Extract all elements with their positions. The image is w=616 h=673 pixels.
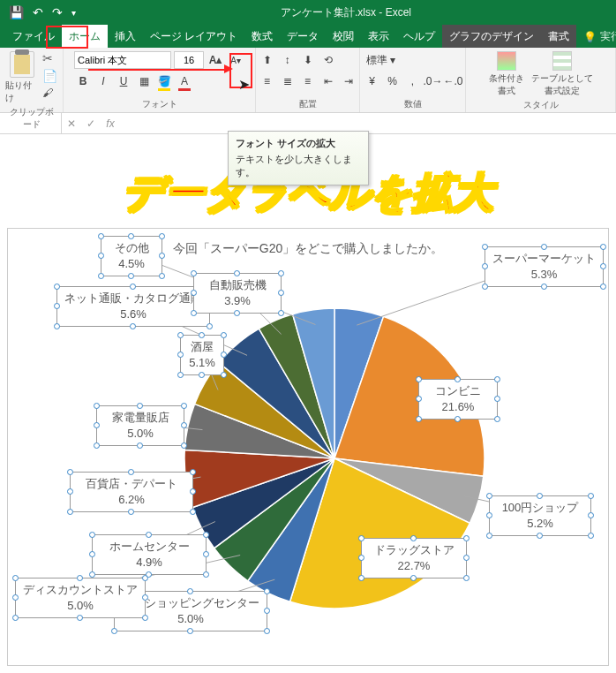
font-name-input[interactable] <box>74 51 171 69</box>
selection-handle[interactable] <box>541 244 547 250</box>
align-left-icon[interactable]: ≡ <box>259 72 276 90</box>
selection-handle[interactable] <box>12 594 19 601</box>
selection-handle[interactable] <box>191 270 197 276</box>
undo-icon[interactable]: ↶ <box>33 5 43 19</box>
selection-handle[interactable] <box>128 233 134 239</box>
selection-handle[interactable] <box>486 512 492 518</box>
tab-formulas[interactable]: 数式 <box>244 25 280 48</box>
selection-handle[interactable] <box>358 555 364 561</box>
selection-handle[interactable] <box>486 493 492 499</box>
data-label[interactable]: 家電量販店5.0% <box>96 405 184 446</box>
italic-button[interactable]: I <box>94 72 112 90</box>
selection-handle[interactable] <box>482 244 488 250</box>
align-center-icon[interactable]: ≣ <box>279 72 297 90</box>
selection-handle[interactable] <box>98 253 104 259</box>
orientation-icon[interactable]: ⟲ <box>319 51 337 69</box>
underline-button[interactable]: U <box>115 72 132 90</box>
selection-handle[interactable] <box>181 403 187 409</box>
currency-icon[interactable]: ¥ <box>364 72 381 90</box>
selection-handle[interactable] <box>137 403 143 409</box>
selection-handle[interactable] <box>600 244 606 250</box>
selection-handle[interactable] <box>199 332 205 338</box>
selection-handle[interactable] <box>128 469 134 475</box>
selection-handle[interactable] <box>482 263 488 269</box>
selection-handle[interactable] <box>77 575 83 581</box>
selection-handle[interactable] <box>203 532 209 538</box>
selection-handle[interactable] <box>187 588 193 594</box>
tab-help[interactable]: ヘルプ <box>396 25 442 48</box>
data-label[interactable]: コンビニ21.6% <box>418 379 498 420</box>
selection-handle[interactable] <box>463 535 470 541</box>
data-label[interactable]: ホームセンター4.9% <box>92 534 207 575</box>
format-painter-icon[interactable]: 🖌 <box>42 87 57 99</box>
selection-handle[interactable] <box>177 332 184 338</box>
chart-object[interactable]: 今回「スーパーG20」をどこで購入しましたか。 スーパーマーケット5.3%コンビ… <box>7 228 609 666</box>
selection-handle[interactable] <box>94 403 100 409</box>
tab-file[interactable]: ファイル <box>5 25 62 48</box>
increase-font-size-button[interactable]: A▴ <box>207 51 224 69</box>
selection-handle[interactable] <box>130 284 136 290</box>
tab-view[interactable]: 表示 <box>361 25 396 48</box>
selection-handle[interactable] <box>264 588 270 594</box>
percent-icon[interactable]: % <box>384 72 402 90</box>
cancel-icon[interactable]: ✕ <box>62 117 81 130</box>
comma-icon[interactable]: , <box>404 72 422 90</box>
data-label[interactable]: ドラッグストア22.7% <box>361 538 467 578</box>
selection-handle[interactable] <box>190 469 196 475</box>
indent-decrease-icon[interactable]: ⇤ <box>319 72 337 90</box>
name-box[interactable] <box>0 113 62 133</box>
paste-icon[interactable] <box>10 51 34 78</box>
conditional-format-button[interactable]: 条件付き 書式 <box>489 51 524 97</box>
selection-handle[interactable] <box>67 469 73 475</box>
decrease-decimal-icon[interactable]: ←.0 <box>445 72 462 90</box>
selection-handle[interactable] <box>54 284 60 290</box>
selection-handle[interactable] <box>159 233 165 239</box>
selection-handle[interactable] <box>177 352 184 358</box>
redo-icon[interactable]: ↷ <box>52 5 63 19</box>
fx-icon[interactable]: fx <box>101 117 120 130</box>
data-label[interactable]: 自動販売機3.9% <box>193 273 282 314</box>
selection-handle[interactable] <box>146 532 152 538</box>
selection-handle[interactable] <box>67 488 73 495</box>
selection-handle[interactable] <box>234 270 240 276</box>
selection-handle[interactable] <box>358 535 364 541</box>
data-label[interactable]: その他4.5% <box>101 236 162 276</box>
selection-handle[interactable] <box>416 396 422 402</box>
bold-button[interactable]: B <box>74 72 92 90</box>
align-top-icon[interactable]: ⬆ <box>259 51 276 69</box>
cut-icon[interactable]: ✂ <box>42 51 57 65</box>
selection-handle[interactable] <box>98 233 104 239</box>
tab-data[interactable]: データ <box>280 25 326 48</box>
tab-chart-design[interactable]: グラフのデザイン <box>442 25 541 48</box>
tab-insert[interactable]: 挿入 <box>108 25 143 48</box>
selection-handle[interactable] <box>89 532 95 538</box>
selection-handle[interactable] <box>494 376 500 382</box>
tab-page-layout[interactable]: ページ レイアウト <box>143 25 244 48</box>
save-icon[interactable]: 💾 <box>9 5 24 19</box>
data-label[interactable]: 百貨店・デパート6.2% <box>70 472 193 512</box>
tab-review[interactable]: 校閲 <box>326 25 361 48</box>
selection-handle[interactable] <box>221 332 227 338</box>
border-button[interactable]: ▦ <box>135 72 153 90</box>
selection-handle[interactable] <box>410 535 417 541</box>
selection-handle[interactable] <box>191 290 197 296</box>
tab-home[interactable]: ホーム <box>62 25 108 48</box>
fill-color-button[interactable]: 🪣 <box>155 72 173 90</box>
data-label[interactable]: スーパーマーケット5.3% <box>485 246 604 287</box>
indent-increase-icon[interactable]: ⇥ <box>340 72 357 90</box>
data-label[interactable]: ディスカウントストア5.0% <box>15 578 146 618</box>
selection-handle[interactable] <box>454 376 461 382</box>
selection-handle[interactable] <box>537 493 543 499</box>
enter-icon[interactable]: ✓ <box>81 117 101 130</box>
align-right-icon[interactable]: ≡ <box>299 72 317 90</box>
font-size-input[interactable] <box>174 51 204 69</box>
selection-handle[interactable] <box>54 303 60 309</box>
format-as-table-button[interactable]: テーブルとして 書式設定 <box>531 51 593 97</box>
selection-handle[interactable] <box>89 551 95 557</box>
selection-handle[interactable] <box>278 270 284 276</box>
tell-me[interactable]: 💡 実行したい作業を <box>576 25 616 48</box>
align-bottom-icon[interactable]: ⬇ <box>299 51 317 69</box>
selection-handle[interactable] <box>12 575 19 581</box>
selection-handle[interactable] <box>588 493 594 499</box>
font-color-button[interactable]: A <box>176 72 193 90</box>
